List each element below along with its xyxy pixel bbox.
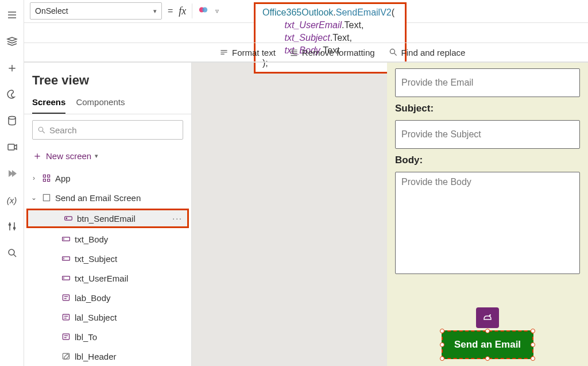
tab-screens[interactable]: Screens [32,94,65,114]
resize-handle[interactable] [440,342,444,347]
insert-icon[interactable]: ＋ [5,61,19,75]
svg-rect-11 [43,179,45,182]
property-name: OnSelect [35,6,68,16]
theme-icon[interactable] [5,87,19,101]
tree-tabs: Screens Components [24,94,191,114]
tree-node-lal-subject[interactable]: lal_Subject [24,307,191,327]
fx-label: fx [179,5,186,17]
label-edit-icon [61,351,71,361]
textinput-icon [61,273,71,283]
email-input[interactable]: Provide the Email [395,68,580,97]
tree-node-app[interactable]: › App [24,168,191,188]
svg-point-4 [9,249,14,255]
tree-node-txt-useremail[interactable]: txt_UserEmail [24,268,191,288]
chevron-down-icon[interactable]: ⌄ [30,194,38,202]
copilot-icon[interactable] [198,5,208,17]
svg-rect-20 [63,314,69,320]
svg-rect-10 [48,175,50,177]
divider [192,3,192,18]
chevron-down-icon: ▾ [153,7,157,15]
tree-node-lbl-to[interactable]: lbl_To [24,327,191,346]
label-icon [61,292,71,303]
power-automate-icon[interactable] [5,167,19,180]
svg-rect-12 [48,179,50,182]
app-icon [41,173,52,183]
button-icon [63,213,74,224]
svg-rect-22 [63,353,69,359]
tree-node-txt-subject[interactable]: txt_Subject [24,249,191,268]
search-rail-icon[interactable] [5,246,19,260]
tab-components[interactable]: Components [76,94,125,114]
tree-view-panel: Tree view Screens Components Search ＋ Ne… [24,63,192,366]
left-rail: ＋ (x) [0,0,24,366]
resize-handle[interactable] [485,329,490,333]
email-form-screen: Provide the Email Subject: Provide the S… [387,63,588,366]
resize-handle[interactable] [485,356,490,361]
subject-input[interactable]: Provide the Subject [395,120,580,149]
property-selector[interactable]: OnSelect ▾ [30,2,162,20]
chevron-right-icon[interactable]: › [30,174,38,182]
resize-handle[interactable] [440,329,444,333]
textinput-icon [61,253,71,264]
more-icon[interactable]: ··· [172,214,183,223]
tree-view-title: Tree view [24,63,191,94]
resize-handle[interactable] [531,342,535,347]
tree-view-icon[interactable] [5,34,19,48]
remove-formatting-button[interactable]: Remove formatting [289,48,375,57]
svg-point-23 [490,315,490,316]
svg-rect-19 [63,295,69,300]
tools-icon[interactable] [5,219,19,233]
svg-point-15 [66,218,67,219]
property-bar: OnSelect ▾ = fx ▿ Office365Outlook.SendE… [24,0,588,23]
tree-node-btn-sendemail[interactable]: btn_SendEmail ··· [26,209,189,228]
label-icon [61,332,71,342]
find-replace-button[interactable]: Find and replace [389,48,466,57]
textinput-icon [61,234,71,244]
label-icon [61,312,71,322]
format-text-button[interactable]: Format text [219,48,276,57]
resize-handle[interactable] [531,329,535,333]
chevron-down-icon: ▾ [95,152,98,160]
svg-point-8 [38,127,43,132]
tree-search-input[interactable]: Search [32,120,183,140]
svg-point-7 [390,49,394,53]
screen-icon [41,192,52,203]
canvas-area[interactable]: Provide the Email Subject: Provide the S… [192,63,588,366]
svg-point-6 [203,7,208,13]
hamburger-icon[interactable] [5,8,19,22]
expand-formula-icon[interactable]: ▿ [215,7,219,15]
tree-node-screen[interactable]: ⌄ Send an Email Screen [24,188,191,207]
equals-label: = [168,6,173,16]
body-input[interactable]: Provide the Body [395,172,580,274]
svg-rect-13 [43,194,49,201]
variables-icon[interactable]: (x) [5,193,19,207]
media-icon[interactable] [5,140,19,154]
tree-node-lab-body[interactable]: lab_Body [24,288,191,307]
tree-node-txt-body[interactable]: txt_Body [24,229,191,249]
new-screen-button[interactable]: ＋ New screen ▾ [24,145,191,168]
resize-handle[interactable] [531,356,535,361]
svg-rect-21 [63,334,69,340]
svg-point-0 [9,117,16,120]
copilot-badge[interactable] [476,307,499,328]
resize-handle[interactable] [440,356,444,361]
svg-rect-1 [8,144,14,150]
send-email-button[interactable]: Send an Email [442,330,533,359]
data-icon[interactable] [5,114,19,128]
tree-node-lbl-header[interactable]: lbl_Header [24,346,191,366]
svg-rect-9 [43,175,45,177]
subject-label: Subject: [395,103,580,114]
body-label: Body: [395,155,580,166]
